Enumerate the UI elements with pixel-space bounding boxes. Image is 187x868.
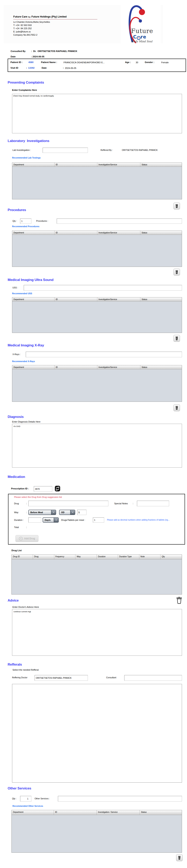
diagnosis-textarea[interactable]: r/o CKD <box>12 424 182 468</box>
table-header-row: Department ID Investigation/Service Stat… <box>12 231 182 235</box>
table-header-row: Department ID Investigation/Service Stat… <box>12 163 182 167</box>
other-services-field-label: Other Services : <box>35 797 50 800</box>
ultrasound-table-body[interactable] <box>12 302 182 333</box>
meal-timing-value: Before Meal <box>29 510 51 515</box>
column-header: Investigation/Service <box>97 231 140 235</box>
column-header: Department <box>12 231 54 235</box>
column-header: Qty <box>160 555 182 559</box>
column-header: Fequency <box>54 555 76 559</box>
per-meal-input[interactable] <box>93 517 104 523</box>
column-header: Investigation/Service <box>97 298 140 301</box>
drug-label: Drug <box>14 502 19 505</box>
column-header: ID <box>54 231 97 235</box>
referral-list-box[interactable] <box>12 684 182 783</box>
delete-other-service-button[interactable] <box>176 854 183 861</box>
xray-table-body[interactable] <box>12 369 182 401</box>
trash-icon <box>178 856 181 860</box>
other-services-table: Department ID Investigation / Service St… <box>11 810 182 853</box>
procedures-qty-label: Qty : <box>12 220 17 222</box>
drug-list-table-body[interactable] <box>12 559 182 595</box>
section-title-xray: Medical Imaging X-Ray <box>8 343 44 347</box>
section-title-ultrasound: Medical Imaging Ultra Sound <box>8 278 53 282</box>
lab-investigation-input[interactable] <box>43 148 88 153</box>
uss-label: USS : <box>12 286 18 289</box>
complaints-label: Enter Complaints Here <box>12 89 37 91</box>
company-phone-2: T: +24 84 225 252 <box>13 27 32 30</box>
recommended-xrays-link[interactable]: Recommended X-Rays <box>12 360 35 363</box>
table-header-row: Department ID Investigation / Service St… <box>12 810 182 815</box>
trash-outline-icon <box>176 596 182 604</box>
recommended-other-services-link[interactable]: Recommended Other Services <box>12 805 43 807</box>
chevron-down-icon: ▼ <box>54 518 58 522</box>
procedures-qty-input[interactable] <box>20 218 31 224</box>
xrays-input[interactable] <box>26 352 182 357</box>
procedures-table-body[interactable] <box>12 235 182 267</box>
section-title-referrals: Refferals <box>8 662 22 666</box>
way-label: Way <box>14 511 18 514</box>
column-header: Drug ID <box>12 555 33 559</box>
age-value: 30 <box>136 61 138 64</box>
drug-input[interactable] <box>28 501 108 506</box>
other-qty-input[interactable] <box>20 796 31 802</box>
frequency-value: OD <box>60 510 70 515</box>
referred-by-label: Reffered By : <box>101 149 113 151</box>
company-name: Future Care by Future Holdings (Pty) Lim… <box>13 15 67 18</box>
procedures-input[interactable] <box>57 218 182 224</box>
delete-advice-button[interactable] <box>176 596 183 604</box>
column-header: Investigation / Service <box>97 810 140 815</box>
recommended-uss-link[interactable]: Recommended USS <box>12 292 32 294</box>
section-title-procedures: Procedures <box>8 208 26 212</box>
fraction-note: Please add as decimal numbers when addin… <box>107 519 184 521</box>
duration-input[interactable] <box>28 517 41 523</box>
refresh-prescription-button[interactable] <box>55 486 60 492</box>
other-qty-label: Qty : <box>12 797 16 800</box>
advice-textarea[interactable]: continue current mgt <box>12 609 182 656</box>
table-header-row: Department ID Investigation/Service Stat… <box>12 365 182 369</box>
recommended-lab-testings-link[interactable]: Recommended Lab Testings <box>12 156 41 159</box>
frequency-dropdown[interactable]: OD ▼ <box>59 510 75 515</box>
patient-name-value: FRANCISCA OGHENEAKPORHOBO E... <box>64 61 105 64</box>
prescription-id-input[interactable] <box>34 486 52 492</box>
delete-procedure-button[interactable] <box>174 269 180 276</box>
company-email: E: jude@future.sc <box>13 30 31 33</box>
logo-heart-icon: ♥ <box>137 36 141 40</box>
section-title-other-services: Other Services <box>8 786 31 790</box>
lab-investigation-label: Lab Investingation : <box>12 149 31 151</box>
special-notes-input[interactable] <box>137 501 169 506</box>
consultant-input[interactable] <box>124 675 182 681</box>
xrays-label: X-Rays : <box>12 353 21 355</box>
delete-xray-item-button[interactable] <box>174 404 180 411</box>
date-label: Date <box>11 55 31 58</box>
advice-label: Enter Doctor's Advice Here <box>12 606 39 608</box>
consultation-report-page: Future Care by Future Holdings (Pty) Lim… <box>0 0 187 868</box>
frequency-qty-input[interactable] <box>77 510 86 515</box>
company-number: Company No.8417652-2 <box>13 34 37 36</box>
recommended-procedures-link[interactable]: Recommended Procedures <box>12 225 39 227</box>
patient-id-value: 4580 <box>28 61 34 63</box>
visit-id-value: 13392 <box>28 67 35 69</box>
duration-unit-dropdown[interactable]: Day/s ▼ <box>43 517 59 523</box>
complaints-textarea[interactable]: Chest Xray showed normal study, no cardi… <box>12 94 182 133</box>
section-title-laboratory: Laboratory Investigations <box>8 139 49 143</box>
section-title-medication: Medication <box>8 475 25 479</box>
column-header: ID <box>54 810 97 815</box>
xray-table: Department ID Investigation/Service Stat… <box>12 365 182 402</box>
other-services-input[interactable] <box>58 796 182 802</box>
referring-doctor-input[interactable] <box>35 675 88 681</box>
delete-lab-item-button[interactable] <box>174 203 180 210</box>
procedures-field-label: Procedures : <box>36 220 48 222</box>
column-header: Status <box>140 810 182 815</box>
company-name-by: by <box>28 16 31 18</box>
column-header: Duration Type <box>118 555 139 559</box>
referring-doctor-label: Reffering Doctor <box>12 676 27 679</box>
meal-timing-dropdown[interactable]: Before Meal ▼ <box>28 510 56 515</box>
trash-icon <box>175 336 178 340</box>
add-drug-button[interactable]: + Add Drug <box>15 535 38 542</box>
uss-input[interactable] <box>24 285 182 290</box>
patient-name-label: Patient Name : <box>41 61 57 63</box>
company-name-bold: Future Care <box>13 15 27 18</box>
delete-uss-item-button[interactable] <box>174 335 180 342</box>
lab-table-body[interactable] <box>12 167 182 199</box>
other-services-table-body[interactable] <box>12 815 182 853</box>
chevron-down-icon: ▼ <box>51 510 56 515</box>
